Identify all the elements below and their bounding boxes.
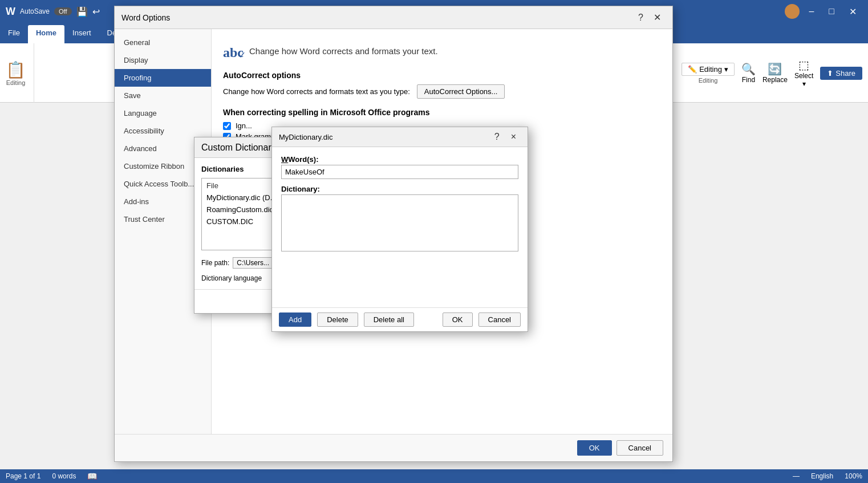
share-icon: ⬆ <box>827 69 833 78</box>
title-bar-left: W AutoSave Off 💾 ↩ <box>6 6 100 18</box>
zoom-icon: — <box>793 472 800 480</box>
autosave-label: AutoSave <box>20 7 50 15</box>
replace-group: 🔄 Replace <box>762 62 788 84</box>
word-options-ok-button[interactable]: OK <box>577 440 612 456</box>
sidebar-item-language[interactable]: Language <box>115 104 211 122</box>
ribbon-editing-group: ✏️ Editing ▾ Editing <box>682 63 735 84</box>
editing-pencil-icon: ✏️ <box>688 65 697 74</box>
sidebar-item-save[interactable]: Save <box>115 87 211 104</box>
zoom-level: 100% <box>845 472 862 480</box>
my-dict-close-button[interactable]: × <box>506 131 521 143</box>
tab-file[interactable]: File <box>0 25 28 43</box>
editing-dropdown-icon[interactable]: ▾ <box>724 65 728 74</box>
language-label: English <box>811 472 833 480</box>
select-icon[interactable]: ⬚ <box>798 58 809 72</box>
page-count: Page 1 of 1 <box>6 472 40 480</box>
file-path-label: File path: <box>201 259 229 267</box>
share-button[interactable]: ⬆ Share <box>820 67 862 80</box>
my-dict-add-button[interactable]: Add <box>279 312 311 327</box>
custom-dict-title: Custom Dictionar... <box>201 143 278 153</box>
spelling-section-title: When correcting spelling in Microsoft Of… <box>223 108 661 117</box>
my-dict-titlebar: MyDictionary.dic ? × <box>272 127 528 147</box>
my-dict-dialog: MyDictionary.dic ? × WWord(s): Dictionar… <box>271 127 528 332</box>
find-icon[interactable]: 🔍 <box>741 62 756 76</box>
dict-lang-label: Dictionary language <box>201 274 262 282</box>
word-options-controls: ? ✕ <box>634 11 666 24</box>
autocorrect-row: Change how Word corrects and formats tex… <box>223 84 661 99</box>
editing-button[interactable]: ✏️ Editing ▾ <box>682 63 735 76</box>
proofing-icon: 📖 <box>87 472 97 481</box>
my-dict-delete-all-button[interactable]: Delete all <box>364 312 414 327</box>
maximize-button[interactable]: □ <box>823 4 840 19</box>
tab-insert[interactable]: Insert <box>64 25 99 43</box>
close-button[interactable]: ✕ <box>843 4 862 19</box>
tab-home[interactable]: Home <box>28 25 64 43</box>
dict-textarea[interactable] <box>281 194 518 251</box>
word-options-cancel-button[interactable]: Cancel <box>616 440 663 456</box>
paste-icon[interactable]: 📋 <box>6 60 26 79</box>
abc-icon: abc ✓ <box>223 40 244 62</box>
word-field-label: WWord(s): <box>281 155 518 164</box>
my-dict-ok-button[interactable]: OK <box>443 312 473 327</box>
checkbox-ignore[interactable] <box>223 122 231 130</box>
undo-icon[interactable]: ↩ <box>92 6 100 17</box>
my-dict-body: WWord(s): Dictionary: <box>272 147 528 307</box>
my-dict-delete-button[interactable]: Delete <box>317 312 358 327</box>
autocorrect-section-title: AutoCorrect options <box>223 71 661 80</box>
find-group: 🔍 Find <box>741 62 756 84</box>
word-options-close-button[interactable]: ✕ <box>649 11 666 24</box>
autosave-toggle[interactable]: Off <box>54 7 71 15</box>
my-dict-help-button[interactable]: ? <box>490 131 504 143</box>
clipboard-group: 📋 Editing <box>6 60 26 86</box>
replace-icon[interactable]: 🔄 <box>768 62 782 76</box>
ribbon-divider-1 <box>34 43 34 103</box>
sidebar-item-proofing[interactable]: Proofing <box>115 69 211 87</box>
select-dropdown-icon[interactable]: ▾ <box>802 80 806 88</box>
title-bar-controls: – □ ✕ <box>785 4 862 19</box>
section-header: abc ✓ Change how Word corrects and forma… <box>223 40 661 62</box>
status-bar: Page 1 of 1 0 words 📖 — English 100% <box>0 469 868 483</box>
word-options-footer: OK Cancel <box>115 434 672 461</box>
my-dict-title: MyDictionary.dic <box>279 133 332 141</box>
autocorrect-desc: Change how Word corrects and formats tex… <box>223 87 410 96</box>
my-dict-controls: ? × <box>490 131 521 143</box>
my-dict-footer: Add Delete Delete all OK Cancel <box>272 307 528 331</box>
minimize-button[interactable]: – <box>803 4 820 19</box>
my-dict-cancel-button[interactable]: Cancel <box>478 312 521 327</box>
sidebar-item-general[interactable]: General <box>115 34 211 51</box>
word-app-icon: W <box>6 6 15 18</box>
word-options-title: Word Options <box>121 13 170 22</box>
word-count: 0 words <box>52 472 76 480</box>
autocorrect-options-button[interactable]: AutoCorrect Options... <box>417 84 505 99</box>
word-field-group: WWord(s): <box>281 155 518 179</box>
user-avatar[interactable] <box>785 4 800 19</box>
word-input[interactable] <box>281 165 518 179</box>
checkbox-ignore-label: Ign... <box>236 121 252 130</box>
sidebar-item-display[interactable]: Display <box>115 51 211 69</box>
section-description: Change how Word corrects and formats you… <box>249 46 438 56</box>
select-group: ⬚ Select ▾ <box>794 58 813 88</box>
word-options-help-button[interactable]: ? <box>634 11 648 24</box>
word-options-titlebar: Word Options ? ✕ <box>115 6 672 29</box>
save-icon[interactable]: 💾 <box>76 6 88 17</box>
dict-field-group: Dictionary: <box>281 185 518 299</box>
dict-field-label: Dictionary: <box>281 185 518 193</box>
